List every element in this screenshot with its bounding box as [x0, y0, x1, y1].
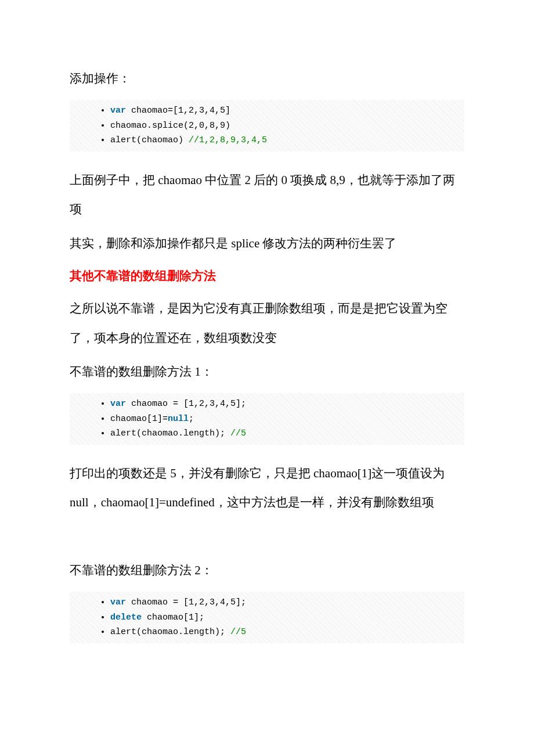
code-block-3: var chaomao = [1,2,3,4,5]; delete chaoma…: [70, 592, 464, 643]
code-list: var chaomao=[1,2,3,4,5] chaomao.splice(2…: [93, 103, 459, 148]
paragraph-explain-1: 上面例子中，把 chaomao 中位置 2 后的 0 项换成 8,9，也就等于添…: [70, 165, 464, 224]
paragraph-method-1-title: 不靠谱的数组删除方法 1：: [70, 357, 464, 386]
code-text: ;: [189, 414, 194, 424]
keyword-var: var: [110, 106, 126, 116]
code-list: var chaomao = [1,2,3,4,5]; chaomao[1]=nu…: [93, 397, 459, 441]
code-line: alert(chaomao) //1,2,8,9,3,4,5: [110, 133, 459, 148]
paragraph-blank: [70, 522, 464, 551]
code-block-2: var chaomao = [1,2,3,4,5]; chaomao[1]=nu…: [70, 393, 464, 445]
code-text: chaomao=[1,2,3,4,5]: [126, 106, 230, 116]
paragraph-unreliable-intro: 之所以说不靠谱，是因为它没有真正删除数组项，而是是把它设置为空了，项本身的位置还…: [70, 294, 464, 352]
code-list: var chaomao = [1,2,3,4,5]; delete chaoma…: [93, 595, 459, 640]
code-line: delete chaomao[1];: [110, 610, 459, 625]
paragraph-method-1-explain: 打印出的项数还是 5，并没有删除它，只是把 chaomao[1]这一项值设为 n…: [70, 459, 464, 517]
code-line: var chaomao = [1,2,3,4,5];: [110, 397, 459, 412]
keyword-var: var: [110, 597, 126, 607]
paragraph-explain-2: 其实，删除和添加操作都只是 splice 修改方法的两种衍生罢了: [70, 229, 464, 258]
code-line: chaomao[1]=null;: [110, 412, 459, 427]
code-text: alert(chaomao.length);: [110, 429, 230, 438]
code-comment: //1,2,8,9,3,4,5: [189, 135, 267, 145]
code-line: alert(chaomao.length); //5: [110, 625, 459, 640]
document-page: 添加操作： var chaomao=[1,2,3,4,5] chaomao.sp…: [0, 0, 534, 692]
code-line: alert(chaomao.length); //5: [110, 426, 459, 441]
code-line: chaomao.splice(2,0,8,9): [110, 118, 459, 134]
paragraph-method-2-title: 不靠谱的数组删除方法 2：: [70, 556, 464, 585]
code-text: chaomao = [1,2,3,4,5];: [126, 597, 246, 607]
section-title-other-methods: 其他不靠谱的数组删除方法: [70, 262, 464, 289]
code-comment: //5: [230, 429, 246, 438]
code-line: var chaomao = [1,2,3,4,5];: [110, 595, 459, 610]
code-comment: //5: [230, 627, 246, 637]
code-line: var chaomao=[1,2,3,4,5]: [110, 103, 459, 118]
code-text: alert(chaomao.length);: [110, 627, 230, 637]
paragraph-add-operation: 添加操作：: [70, 64, 464, 93]
code-text: chaomao = [1,2,3,4,5];: [126, 399, 246, 409]
code-text: chaomao.splice(2,0,8,9): [110, 121, 230, 131]
keyword-var: var: [110, 399, 126, 409]
keyword-null: null: [168, 414, 189, 424]
keyword-delete: delete: [110, 613, 142, 622]
code-text: chaomao[1];: [142, 613, 204, 622]
code-block-1: var chaomao=[1,2,3,4,5] chaomao.splice(2…: [70, 100, 464, 152]
code-text: chaomao[1]=: [110, 414, 168, 424]
code-text: alert(chaomao): [110, 135, 189, 145]
